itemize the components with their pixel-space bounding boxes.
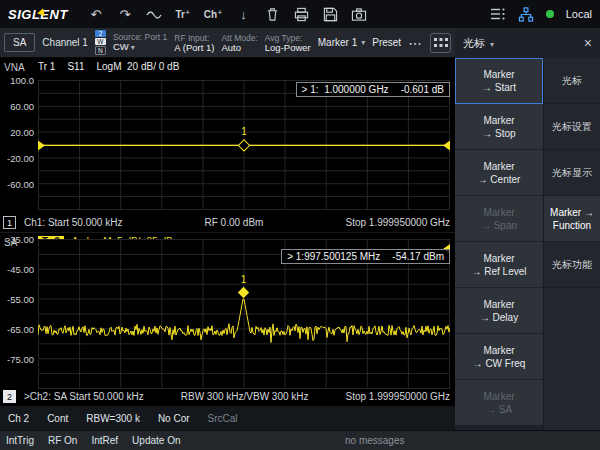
vna-channel-badge: 1 <box>3 216 16 229</box>
sa-y-tick: -45.00 <box>0 264 34 275</box>
marker-to-stop-button[interactable]: Marker → Stop <box>455 104 543 150</box>
sa-channel-badge: 2 <box>3 390 16 403</box>
vna-marker-readout: > 1: 1.000000 GHz -0.601 dB <box>296 82 450 97</box>
vna-panel: VNA Tr 1 S11 LogM 20 dB/ 0 dB 100.0 60.0… <box>0 58 455 232</box>
att-mode-value: Auto <box>221 43 257 53</box>
sa-marker-readout: > 1:997.500125 MHz -54.17 dBm <box>281 249 450 264</box>
marker-frequency: 1.000000 GHz <box>324 84 389 95</box>
marker-to-ref-level-button[interactable]: Marker → Ref Level <box>455 242 543 288</box>
chevron-down-icon: ▾ <box>131 43 135 52</box>
avg-type-dropdown[interactable]: Avg Type: Log-Power <box>265 33 311 53</box>
save-icon[interactable] <box>322 6 338 22</box>
tab-marker-function[interactable]: Marker → Function <box>544 196 600 242</box>
vna-stop-freq: Stop 1.999950000 GHz <box>345 217 450 228</box>
sa-y-tick: -55.00 <box>0 294 34 305</box>
printer-icon[interactable] <box>293 6 309 22</box>
marker-to-actions: Marker → Start Marker → Stop Marker → Ce… <box>455 58 543 430</box>
marker-to-sa-button: Marker → SA <box>455 380 543 426</box>
channel-state-badges: 2 W N <box>95 30 106 55</box>
vna-y-tick: 100.0 <box>0 75 34 86</box>
trigger-status: IntTrig <box>6 435 34 446</box>
tab-marker-setup[interactable]: 光标设置 <box>544 104 600 150</box>
marker-menu-sidebar: 光标 ▾ × Marker → Start Marker → Stop Mark… <box>455 28 600 430</box>
plot-area: VNA Tr 1 S11 LogM 20 dB/ 0 dB 100.0 60.0… <box>0 58 455 406</box>
avg-type-label: Avg Type: <box>265 33 311 43</box>
marker-select-dropdown[interactable]: Marker 1▾ <box>318 37 365 48</box>
titlebar-status-group: Local <box>490 6 592 22</box>
reference-status: IntRef <box>91 435 118 446</box>
channel-selector[interactable]: Channel 1 <box>42 37 88 48</box>
channel-tab[interactable]: Ch 2 <box>8 413 29 424</box>
channel-badge: 2 <box>95 30 106 37</box>
preset-button[interactable]: Preset <box>372 37 401 48</box>
channel-badge: W <box>95 38 106 45</box>
export-icon[interactable]: ↓ <box>235 6 251 22</box>
sa-y-tick: -65.00 <box>0 324 34 335</box>
vna-y-tick: 60.00 <box>0 101 34 112</box>
local-remote-button[interactable]: Local <box>566 8 592 20</box>
att-mode-dropdown[interactable]: Att Mode: Auto <box>221 33 257 53</box>
sa-y-tick: -75.00 <box>0 354 34 365</box>
sidebar-header: 光标 ▾ × <box>455 28 600 58</box>
keypad-icon[interactable] <box>430 33 451 53</box>
marker-to-center-button[interactable]: Marker → Center <box>455 150 543 196</box>
vna-y-tick: -20.00 <box>0 153 34 164</box>
sidebar-body: Marker → Start Marker → Stop Marker → Ce… <box>455 58 600 430</box>
marker-number: > 1: <box>287 251 304 262</box>
vna-footer: 1 Ch1: Start 50.000 kHz RF 0.00 dBm Stop… <box>3 216 450 229</box>
vna-rf-power: RF 0.00 dBm <box>204 217 263 228</box>
marker-to-cw-freq-button[interactable]: Marker → CW Freq <box>455 334 543 380</box>
vna-plot[interactable]: 1 <box>38 80 450 210</box>
sa-mode-button[interactable]: SA <box>4 33 35 52</box>
more-button[interactable]: ⋯ <box>408 35 423 51</box>
tab-marker-display[interactable]: 光标显示 <box>544 150 600 196</box>
add-channel-icon[interactable]: Ch⁺ <box>204 6 223 22</box>
touch-icon[interactable] <box>146 6 162 22</box>
avg-type-value: Log-Power <box>265 43 311 53</box>
update-status: Update On <box>132 435 180 446</box>
vna-y-tick: -60.00 <box>0 179 34 190</box>
marker-to-delay-button[interactable]: Marker → Delay <box>455 288 543 334</box>
srccal-status: SrcCal <box>208 413 238 424</box>
vna-trace-header[interactable]: Tr 1 S11 LogM 20 dB/ 0 dB <box>38 61 179 72</box>
sa-footer: 2 >Ch2: SA Start 50.000 kHz RBW 300 kHz/… <box>3 390 450 403</box>
redo-icon[interactable]: ↷ <box>117 6 133 22</box>
toolbar-icons: ↶ ↷ Tr⁺ Ch⁺ ↓ <box>88 6 368 22</box>
vna-meas-param: S11 <box>67 61 84 72</box>
message-area: no messages <box>345 435 404 446</box>
rf-status: RF On <box>48 435 77 446</box>
vna-panel-tag: VNA <box>4 62 25 73</box>
marker-to-start-button[interactable]: Marker → Start <box>455 58 543 104</box>
rf-input-label: RF Input: <box>174 33 214 43</box>
sa-rbw-vbw: RBW 300 kHz/VBW 300 kHz <box>181 391 309 402</box>
rf-input-dropdown[interactable]: RF Input: A (Port 1) <box>174 33 214 53</box>
vna-y-tick: 20.00 <box>0 127 34 138</box>
att-mode-label: Att Mode: <box>221 33 257 43</box>
camera-icon[interactable] <box>351 6 367 22</box>
vna-trace-name: Tr 1 <box>38 61 55 72</box>
svg-text:1: 1 <box>241 126 247 137</box>
tab-marker[interactable]: 光标 <box>544 58 600 104</box>
statusbar: IntTrig RF On IntRef Update On no messag… <box>0 430 600 450</box>
close-icon[interactable]: × <box>584 35 592 51</box>
menu-icon[interactable] <box>490 6 506 22</box>
tab-marker-functions[interactable]: 光标功能 <box>544 242 600 288</box>
rf-input-value: A (Port 1) <box>174 43 214 53</box>
channel-badge: N <box>95 46 106 55</box>
sa-y-tick: -35.00 <box>0 234 34 245</box>
vna-format: LogM 20 dB/ 0 dB <box>96 61 179 72</box>
source-value: CW▾ <box>113 42 167 53</box>
svg-text:1: 1 <box>241 274 247 285</box>
chevron-down-icon: ▾ <box>490 40 494 49</box>
marker-amplitude: -0.601 dB <box>401 84 444 95</box>
rbw-setting: RBW=300 k <box>86 413 140 424</box>
titlebar: SIGLENT ↶ ↷ Tr⁺ Ch⁺ ↓ Local <box>0 0 600 28</box>
trash-icon[interactable] <box>264 6 280 22</box>
lan-icon[interactable] <box>518 6 534 22</box>
app-root: SIGLENT ↶ ↷ Tr⁺ Ch⁺ ↓ Local SA Channel 1… <box>0 0 600 450</box>
source-port-dropdown[interactable]: Source: Port 1 CW▾ <box>113 32 167 53</box>
channel-status-row: Ch 2 Cont RBW=300 k No Cor SrcCal <box>0 406 455 430</box>
add-trace-icon[interactable]: Tr⁺ <box>175 6 191 22</box>
undo-icon[interactable]: ↶ <box>88 6 104 22</box>
sidebar-title-dropdown[interactable]: 光标 ▾ <box>463 36 494 51</box>
